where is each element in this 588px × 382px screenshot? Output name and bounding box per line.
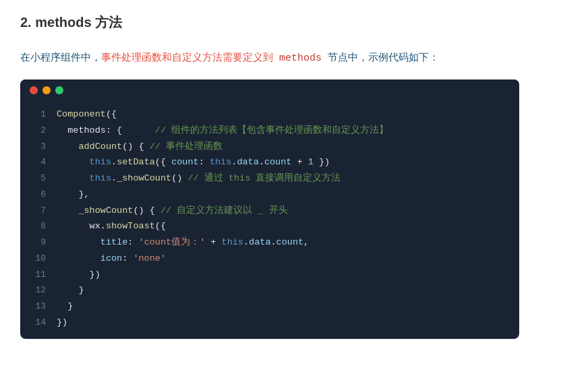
token: // 自定义方法建议以 _ 开头: [155, 205, 288, 216]
token: count: [276, 237, 304, 247]
token: :: [122, 253, 133, 263]
token: .: [270, 237, 276, 247]
line-number: 6: [27, 187, 46, 203]
token: .: [259, 157, 264, 167]
token: +: [205, 237, 221, 247]
token: .: [100, 221, 106, 231]
token: }): [314, 157, 330, 167]
line-number: 1: [27, 107, 46, 123]
token: },: [57, 189, 90, 199]
code-line: 4 this.setData({ count: this.data.count …: [20, 154, 519, 170]
line-content: }: [57, 282, 84, 298]
line-content: }): [57, 267, 100, 283]
token: data: [249, 237, 270, 247]
line-content: }: [57, 298, 73, 315]
token: }): [57, 269, 100, 280]
line-number: 14: [27, 315, 46, 331]
line-number: 13: [27, 299, 46, 315]
token: wx: [57, 221, 100, 231]
line-content: wx.showToast({: [57, 218, 166, 234]
token: // 通过 this 直接调用自定义方法: [182, 173, 341, 183]
titlebar: [20, 79, 519, 101]
token: +: [291, 157, 307, 167]
token: ,: [303, 237, 309, 247]
token: this: [57, 157, 111, 167]
code-line: 1Component({: [20, 106, 519, 123]
line-number: 3: [27, 139, 46, 155]
token: .: [111, 173, 117, 183]
line-content: methods: { // 组件的方法列表【包含事件处理函数和自定义方法】: [57, 123, 388, 139]
code-line: 11 }): [20, 267, 519, 283]
token: this: [57, 173, 111, 183]
token: count: [264, 157, 292, 167]
token: (): [171, 173, 182, 183]
token: :: [127, 237, 138, 247]
token: setData: [117, 157, 155, 167]
line-number: 12: [27, 283, 46, 298]
token: this: [210, 157, 231, 167]
token: () {: [122, 141, 144, 152]
line-number: 5: [27, 171, 46, 187]
description: 在小程序组件中，事件处理函数和自定义方法需要定义到 methods 节点中，示例…: [20, 48, 568, 67]
code-line: 9 title: 'count值为：' + this.data.count,: [20, 234, 519, 251]
code-line: 2 methods: { // 组件的方法列表【包含事件处理函数和自定义方法】: [20, 123, 519, 139]
line-content: _showCount() { // 自定义方法建议以 _ 开头: [57, 203, 288, 219]
token: }): [57, 317, 67, 327]
token: addCount: [57, 141, 122, 152]
token: 1: [308, 157, 314, 167]
token: .: [243, 237, 249, 247]
token: }: [57, 285, 84, 295]
token: :: [199, 157, 210, 167]
token: }: [57, 301, 73, 311]
line-number: 2: [27, 123, 46, 139]
token: showToast: [106, 221, 155, 231]
token: title: [57, 237, 127, 247]
line-number: 10: [27, 251, 46, 267]
line-content: this._showCount() // 通过 this 直接调用自定义方法: [57, 170, 341, 187]
code-line: 10 icon: 'none': [20, 251, 519, 267]
line-number: 4: [27, 155, 46, 170]
token: // 组件的方法列表【包含事件处理函数和自定义方法】: [122, 125, 388, 135]
code-line: 6 },: [20, 187, 519, 203]
code-body: 1Component({2 methods: { // 组件的方法列表【包含事件…: [20, 101, 519, 339]
line-number: 11: [27, 267, 46, 283]
line-content: }): [57, 315, 67, 331]
token: count: [171, 157, 199, 167]
token: data: [237, 157, 258, 167]
code-block: 1Component({2 methods: { // 组件的方法列表【包含事件…: [20, 79, 519, 339]
line-content: this.setData({ count: this.data.count + …: [57, 154, 330, 170]
token: ({: [106, 109, 117, 119]
token: ({: [155, 157, 171, 167]
code-line: 13 }: [20, 298, 519, 315]
token: Component: [57, 109, 106, 119]
line-content: Component({: [57, 106, 117, 123]
dot-green: [55, 86, 63, 94]
code-line: 14}): [20, 315, 519, 331]
token: this: [222, 237, 243, 247]
token: _showCount: [117, 173, 171, 183]
line-number: 8: [27, 219, 46, 234]
code-line: 12 }: [20, 282, 519, 298]
dot-yellow: [42, 86, 51, 94]
token: _showCount: [57, 205, 133, 216]
line-number: 7: [27, 203, 46, 219]
line-number: 9: [27, 235, 46, 251]
token: ({: [155, 221, 166, 231]
line-content: title: 'count值为：' + this.data.count,: [57, 234, 309, 251]
line-content: },: [57, 187, 90, 203]
section-title: 2. methods 方法: [20, 13, 568, 32]
token: methods: {: [57, 125, 122, 135]
token: 'none': [133, 253, 166, 263]
line-content: icon: 'none': [57, 251, 166, 267]
token: icon: [57, 253, 122, 263]
code-line: 8 wx.showToast({: [20, 218, 519, 234]
token: // 事件处理函数: [144, 141, 223, 152]
code-line: 3 addCount() { // 事件处理函数: [20, 139, 519, 155]
line-content: addCount() { // 事件处理函数: [57, 139, 223, 155]
token: .: [111, 157, 117, 167]
dot-red: [30, 86, 38, 94]
token: () {: [133, 205, 154, 216]
code-line: 7 _showCount() { // 自定义方法建议以 _ 开头: [20, 203, 519, 219]
code-line: 5 this._showCount() // 通过 this 直接调用自定义方法: [20, 170, 519, 187]
token: 'count值为：': [139, 237, 206, 247]
